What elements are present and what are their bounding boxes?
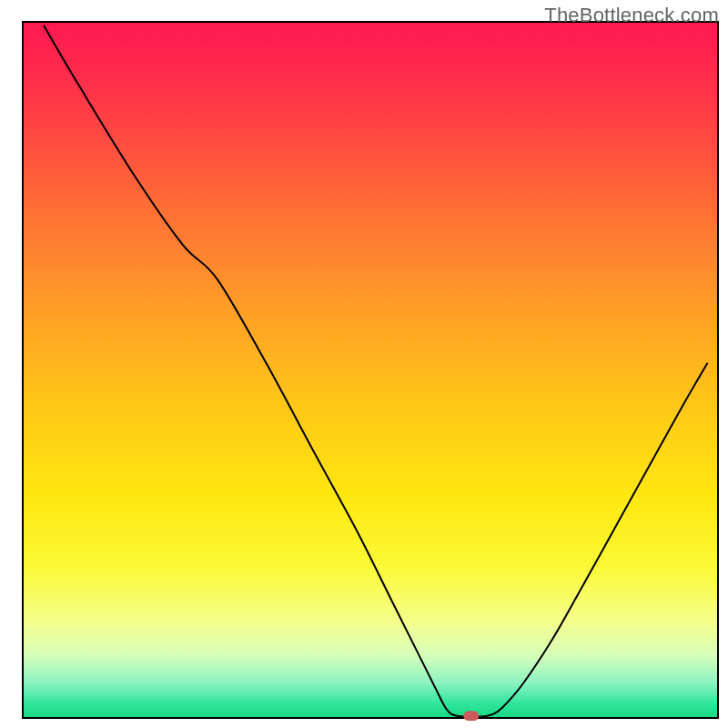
chart-container: TheBottleneck.com — [0, 0, 728, 728]
bottleneck-chart — [0, 0, 728, 728]
optimal-marker — [463, 711, 479, 721]
watermark-text: TheBottleneck.com — [544, 4, 719, 27]
plot-background — [23, 22, 718, 718]
